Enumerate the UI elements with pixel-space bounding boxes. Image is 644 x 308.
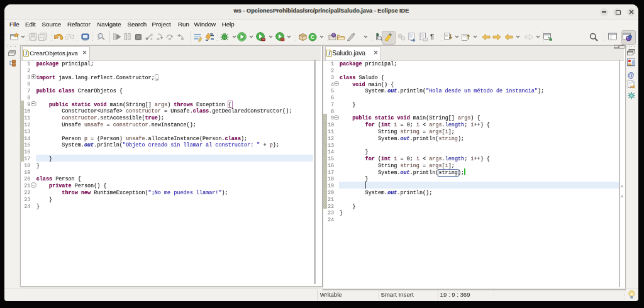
svg-text:J: J [328,50,330,56]
svg-text:C: C [310,34,314,40]
svg-text:J: J [25,50,28,56]
